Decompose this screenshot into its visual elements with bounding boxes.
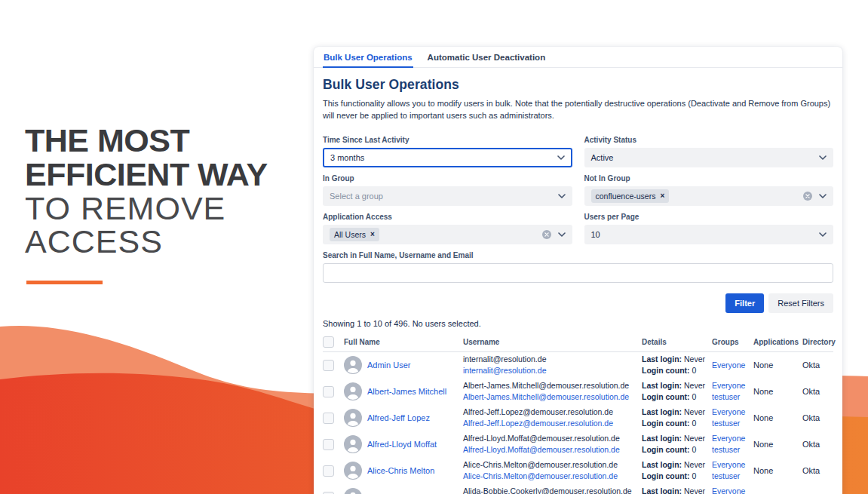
- group-link[interactable]: testuser: [712, 444, 753, 456]
- search-input[interactable]: [323, 263, 833, 283]
- header-groups: Groups: [712, 338, 753, 346]
- groups-cell: Everyonetestuser: [712, 459, 753, 481]
- users-per-page-select[interactable]: 10: [584, 225, 834, 244]
- groups-cell: Everyonetestuser: [712, 433, 753, 455]
- directory-cell: Okta: [802, 413, 833, 422]
- login-count-label: Login count:: [642, 445, 690, 454]
- table-row: Alfred-Jeff Lopez Alfred-Jeff.Lopez@demo…: [323, 405, 833, 431]
- activity-status-value: Active: [591, 153, 614, 162]
- user-name-link[interactable]: Alfred-Lloyd Moffat: [367, 440, 437, 449]
- in-group-select[interactable]: Select a group: [323, 186, 572, 206]
- group-link[interactable]: Everyone: [712, 433, 753, 444]
- filter-button[interactable]: Filter: [725, 293, 764, 313]
- row-checkbox[interactable]: [323, 439, 334, 450]
- username-link[interactable]: Alfred-Lloyd.Moffat@demouser.resolution.…: [463, 444, 642, 456]
- directory-cell: Okta: [802, 361, 833, 370]
- clear-all-icon[interactable]: [542, 230, 551, 239]
- remove-tag-icon[interactable]: ×: [370, 231, 375, 238]
- login-count-value: 0: [690, 445, 697, 454]
- table-body: Admin User internalit@resolution.de inte…: [323, 352, 833, 494]
- table-row: Alfred-Lloyd Moffat Alfred-Lloyd.Moffat@…: [323, 431, 833, 458]
- time-since-last-activity-value: 3 months: [330, 153, 364, 162]
- chevron-down-icon: [819, 194, 827, 198]
- applications-cell: None: [753, 440, 802, 449]
- table-row: Alida-Bobbie Cookerly Alida-Bobbie.Cooke…: [323, 484, 833, 494]
- remove-tag-icon[interactable]: ×: [660, 192, 664, 200]
- last-login-label: Last login:: [642, 486, 682, 494]
- time-since-last-activity-select[interactable]: 3 months: [323, 148, 572, 167]
- group-link[interactable]: testuser: [712, 471, 753, 482]
- group-link[interactable]: Everyone: [712, 407, 753, 418]
- last-login-value: Never: [682, 381, 705, 390]
- login-count-value: 0: [690, 366, 697, 375]
- username-link[interactable]: Alfred-Jeff.Lopez@demouser.resolution.de: [463, 418, 642, 429]
- row-checkbox[interactable]: [323, 492, 334, 494]
- header-details: Details: [642, 338, 712, 346]
- tab-automatic-user-deactivation[interactable]: Automatic User Deactivation: [427, 47, 547, 68]
- applications-cell: None: [753, 413, 802, 422]
- user-name-link[interactable]: Alice-Chris Melton: [367, 466, 434, 475]
- username-link[interactable]: Alice-Chris.Melton@demouser.resolution.d…: [463, 471, 642, 482]
- username-link[interactable]: Albert-James.Mitchell@demouser.resolutio…: [463, 391, 642, 403]
- not-in-group-select[interactable]: confluence-users ×: [584, 186, 834, 206]
- application-access-tag: All Users ×: [330, 228, 379, 241]
- last-login-value: Never: [682, 460, 705, 469]
- hero-line-3: TO REMOVE: [25, 192, 268, 225]
- filter-form: Time Since Last Activity 3 months Activi…: [323, 129, 833, 283]
- username-text: Alfred-Lloyd.Moffat@demouser.resolution.…: [463, 433, 642, 444]
- login-count-label: Login count:: [642, 366, 690, 375]
- last-login-label: Last login:: [642, 407, 682, 416]
- time-since-last-activity-label: Time Since Last Activity: [323, 136, 572, 144]
- hero-line-1: THE MOST: [25, 124, 268, 158]
- login-count-label: Login count:: [642, 471, 690, 480]
- username-text: Alice-Chris.Melton@demouser.resolution.d…: [463, 459, 642, 471]
- hero-line-4: ACCESS: [25, 225, 268, 258]
- page-description: This functionality allows you to modify …: [323, 97, 833, 122]
- group-link[interactable]: Everyone: [712, 360, 753, 371]
- row-checkbox[interactable]: [323, 360, 334, 371]
- page: { "hero": { "line1": "THE MOST", "line2"…: [0, 0, 868, 494]
- user-name-link[interactable]: Admin User: [367, 361, 410, 370]
- group-link[interactable]: testuser: [712, 391, 753, 403]
- chevron-down-icon: [558, 232, 566, 237]
- username-link[interactable]: internalit@resolution.de: [463, 365, 642, 376]
- last-login-label: Last login:: [642, 434, 682, 443]
- tab-bar: Bulk User Operations Automatic User Deac…: [314, 47, 842, 68]
- table-row: Albert-James Mitchell Albert-James.Mitch…: [323, 379, 833, 405]
- group-link[interactable]: Everyone: [712, 459, 753, 471]
- last-login-label: Last login:: [642, 354, 682, 364]
- directory-cell: Okta: [802, 466, 833, 475]
- last-login-label: Last login:: [642, 381, 682, 390]
- login-count-value: 0: [690, 392, 697, 401]
- header-directory: Directory: [802, 338, 836, 346]
- login-count-label: Login count:: [642, 419, 690, 428]
- activity-status-select[interactable]: Active: [584, 148, 834, 167]
- users-per-page-value: 10: [591, 230, 600, 239]
- row-checkbox[interactable]: [323, 413, 334, 424]
- in-group-label: In Group: [323, 174, 572, 183]
- application-access-label: Application Access: [323, 213, 572, 221]
- search-label: Search in Full Name, Username and Email: [323, 251, 833, 259]
- login-count-value: 0: [690, 471, 697, 480]
- group-link[interactable]: Everyone: [712, 380, 753, 391]
- user-name-link[interactable]: Alfred-Jeff Lopez: [367, 413, 430, 422]
- directory-cell: Okta: [802, 440, 833, 449]
- user-name-link[interactable]: Albert-James Mitchell: [367, 387, 446, 396]
- activity-status-label: Activity Status: [584, 136, 834, 144]
- clear-all-icon[interactable]: [803, 192, 812, 201]
- chevron-down-icon: [819, 155, 827, 160]
- row-checkbox[interactable]: [323, 386, 334, 397]
- group-link[interactable]: Everyone: [712, 486, 753, 494]
- group-link[interactable]: testuser: [712, 418, 753, 429]
- tab-bulk-user-operations[interactable]: Bulk User Operations: [323, 47, 413, 68]
- application-access-select[interactable]: All Users ×: [323, 225, 572, 244]
- results-summary: Showing 1 to 10 of 496. No users selecte…: [323, 319, 833, 328]
- table-row: Admin User internalit@resolution.de inte…: [323, 352, 833, 379]
- select-all-checkbox[interactable]: [323, 336, 334, 348]
- header-username: Username: [463, 338, 642, 346]
- users-per-page-label: Users per Page: [584, 213, 834, 221]
- row-checkbox[interactable]: [323, 465, 334, 477]
- groups-cell: Everyonetestuser: [712, 407, 753, 428]
- reset-filters-button[interactable]: Reset Filters: [768, 293, 833, 313]
- chevron-down-icon: [557, 155, 565, 160]
